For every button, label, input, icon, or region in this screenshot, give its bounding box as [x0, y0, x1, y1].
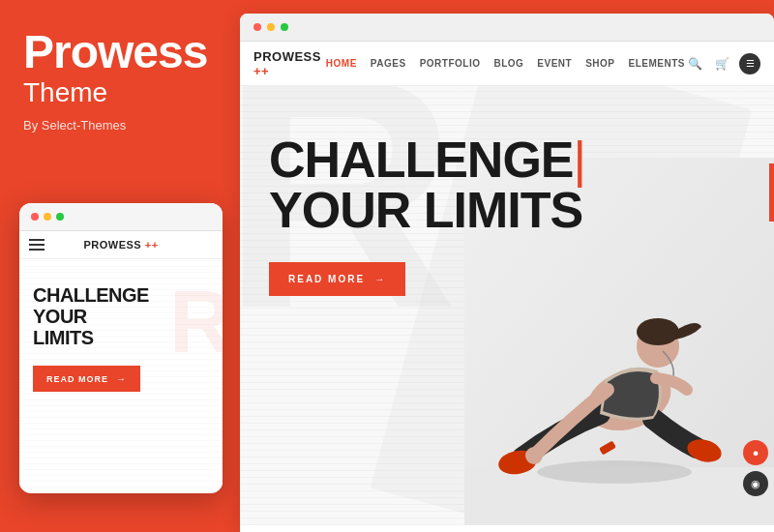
- search-icon[interactable]: 🔍: [685, 54, 704, 74]
- hero-section: R CHALLENGE| YOUR LIMITS READ MORE →: [240, 86, 774, 525]
- window-dot-red: [31, 213, 39, 221]
- mobile-nav: PROWESS ++: [19, 231, 223, 259]
- cart-icon[interactable]: 🛒: [712, 54, 731, 74]
- browser-dot-yellow: [267, 23, 275, 31]
- browser-chrome: [240, 14, 774, 42]
- nav-link-event[interactable]: EVENT: [537, 58, 572, 69]
- window-dot-green: [56, 213, 64, 221]
- mobile-card-header: [19, 203, 223, 231]
- arrow-right-icon: →: [116, 373, 127, 384]
- mobile-preview-card: PROWESS ++ R CHALLENGE YOUR LIMITS READ …: [19, 203, 223, 493]
- corner-icons: ● ◉: [743, 440, 768, 496]
- hero-title-line1: CHALLENGE|: [269, 134, 745, 185]
- corner-icon-dark[interactable]: ◉: [743, 471, 768, 496]
- menu-icon[interactable]: ☰: [739, 53, 760, 74]
- nav-link-home[interactable]: HOME: [326, 58, 357, 69]
- hero-title-line2: YOUR LIMITS: [269, 185, 745, 235]
- browser-dot-green: [281, 23, 288, 31]
- hero-title: CHALLENGE| YOUR LIMITS: [269, 134, 745, 235]
- nav-links: HOME PAGES PORTFOLIO BLOG EVENT SHOP ELE…: [326, 58, 685, 69]
- site-nav: PROWESS ++ HOME PAGES PORTFOLIO BLOG EVE…: [240, 42, 774, 86]
- svg-point-9: [537, 460, 692, 484]
- mobile-hero-text: CHALLENGE YOUR LIMITS READ MORE →: [33, 284, 209, 392]
- browser-dot-red: [253, 23, 261, 31]
- nav-icons: 🔍 🛒 ☰: [685, 53, 760, 74]
- nav-link-shop[interactable]: SHOP: [585, 58, 614, 69]
- hero-read-more-button[interactable]: READ MORE →: [269, 262, 405, 296]
- mobile-content: R CHALLENGE YOUR LIMITS READ MORE →: [19, 259, 223, 488]
- hamburger-icon[interactable]: [29, 239, 45, 251]
- hero-content: CHALLENGE| YOUR LIMITS READ MORE →: [240, 86, 774, 344]
- mobile-logo: PROWESS ++: [83, 239, 158, 251]
- brand-by: By Select-Themes: [23, 118, 217, 133]
- red-accent-bar: [769, 163, 774, 222]
- mobile-hero-title: CHALLENGE YOUR LIMITS: [33, 284, 209, 348]
- nav-link-blog[interactable]: BLOG: [493, 58, 523, 69]
- nav-link-elements[interactable]: ELEMENTS: [629, 58, 685, 69]
- corner-icon-orange[interactable]: ●: [743, 440, 768, 465]
- left-panel: Prowess Theme By Select-Themes PROWESS +…: [0, 0, 240, 532]
- mobile-read-more-button[interactable]: READ MORE →: [33, 366, 140, 392]
- cursor: |: [574, 132, 586, 188]
- cta-arrow-icon: →: [374, 274, 386, 284]
- browser-window: PROWESS ++ HOME PAGES PORTFOLIO BLOG EVE…: [240, 14, 774, 532]
- nav-link-pages[interactable]: PAGES: [371, 58, 406, 69]
- site-logo: PROWESS ++: [253, 49, 326, 78]
- brand-title: Prowess: [23, 29, 217, 75]
- window-dot-yellow: [44, 213, 51, 221]
- nav-link-portfolio[interactable]: PORTFOLIO: [420, 58, 481, 69]
- svg-point-7: [525, 447, 543, 464]
- brand-subtitle: Theme: [23, 77, 217, 108]
